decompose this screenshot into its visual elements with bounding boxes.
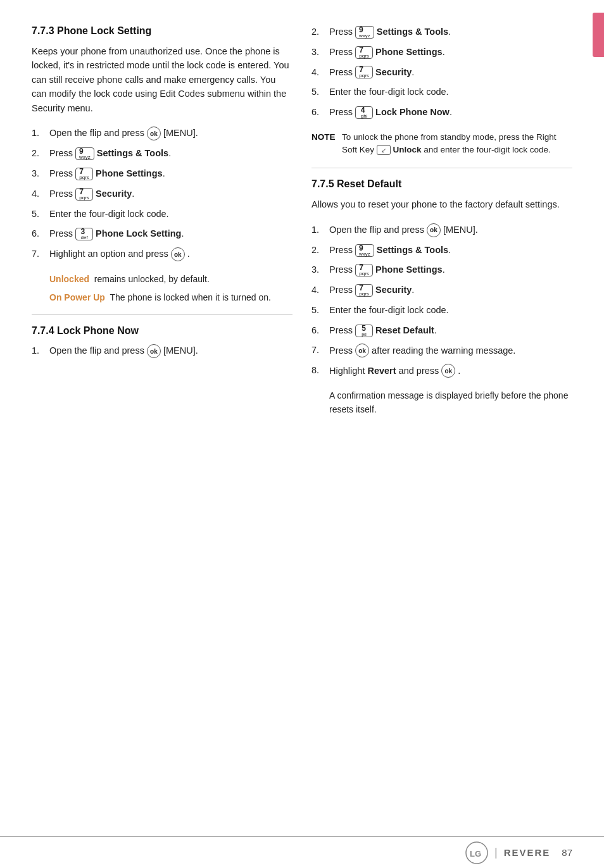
key-7pqrs: 7pqrs <box>355 264 373 276</box>
step-num: 2. <box>32 147 49 161</box>
step-item: 8. Highlight Revert and press ok . <box>311 364 572 378</box>
pink-tab <box>593 13 604 57</box>
step-text: Press <box>329 344 353 358</box>
step-text: Phone Lock Setting. <box>96 227 184 241</box>
step-num: 3. <box>311 46 329 59</box>
section-773: 7.7.3 Phone Lock Setting Keeps your phon… <box>32 25 293 304</box>
step-num: 5. <box>32 208 49 221</box>
step-num: 7. <box>311 344 329 357</box>
step-text: [MENU]. <box>163 127 198 140</box>
step-text: Reset Default. <box>375 324 437 338</box>
step-num: 2. <box>311 244 329 257</box>
step-text: Highlight Revert and press <box>329 364 439 378</box>
note-label: NOTE <box>311 131 336 157</box>
step-num: 3. <box>311 263 329 277</box>
step-num: 6. <box>32 227 49 241</box>
step-text: Open the flip and press <box>49 344 144 358</box>
step-item: 7. Press ok after reading the warning me… <box>311 344 572 357</box>
left-column: 7.7.3 Phone Lock Setting Keeps your phon… <box>32 25 293 811</box>
footer: LG | REVERE 87 <box>0 836 604 868</box>
step-num: 4. <box>311 66 329 80</box>
sub-item-label: Unlocked <box>49 274 89 284</box>
section-773-steps: 1. Open the flip and press ok [MENU]. 2. <box>32 127 293 261</box>
step-text: Press <box>49 227 73 241</box>
step-text: Security. <box>96 187 134 201</box>
step-text: Security. <box>375 283 414 297</box>
step-text: Press <box>329 244 353 257</box>
section-773-body: Keeps your phone from unauthorized use. … <box>32 44 293 115</box>
key-5jkl: 5jkl <box>355 325 373 337</box>
step-text: Press <box>49 147 73 161</box>
step-item: 5. Enter the four-digit lock code. <box>311 85 572 99</box>
step-text: Enter the four-digit lock code. <box>329 85 449 99</box>
step-item: 1. Open the flip and press ok [MENU]. <box>32 127 293 140</box>
section-774-cont-steps: 2. Press 9wxyz Settings & Tools. 3. <box>311 25 572 120</box>
step-num: 5. <box>311 304 329 318</box>
section-774: 7.7.4 Lock Phone Now 1. Open the flip an… <box>32 325 293 358</box>
footer-separator: | <box>494 846 498 859</box>
step-text: Press <box>49 187 73 201</box>
step-text: Press <box>329 66 353 80</box>
step-text: Press <box>329 25 353 39</box>
step-text: Press <box>329 283 353 297</box>
section-774-title: 7.7.4 Lock Phone Now <box>32 325 293 337</box>
step-item: 5. Enter the four-digit lock code. <box>311 304 572 318</box>
step-item: 5. Enter the four-digit lock code. <box>32 208 293 221</box>
step-text: Settings & Tools. <box>377 244 451 257</box>
key-3def: 3def <box>75 228 93 240</box>
step-num: 8. <box>311 364 329 378</box>
step-item: 4. Press 7pqrs Security. <box>32 187 293 201</box>
step-num: 2. <box>311 25 329 39</box>
step-text: Security. <box>375 66 414 80</box>
softkey-icon: ↙ <box>377 145 391 155</box>
step-num: 4. <box>311 283 329 297</box>
svg-text:LG: LG <box>470 849 481 859</box>
step-text: Press <box>329 106 353 120</box>
step-num: 1. <box>311 223 329 237</box>
step-item: 3. Press 7pqrs Phone Settings. <box>311 46 572 59</box>
key-4ghi: 4ghi <box>355 106 373 119</box>
sub-item-text: remains unlocked, by default. <box>94 274 210 284</box>
step-text: . <box>458 364 460 378</box>
step-item: 3. Press 7pqrs Phone Settings. <box>32 167 293 181</box>
sub-item-label: On Power Up <box>49 292 105 302</box>
step-text: Press <box>49 167 73 181</box>
step-item: 2. Press 9wxyz Settings & Tools. <box>32 147 293 161</box>
step-text: Open the flip and press <box>49 127 144 140</box>
step-item: 1. Open the flip and press ok [MENU]. <box>311 223 572 237</box>
divider <box>311 168 572 168</box>
step-item: 7. Highlight an option and press ok . <box>32 247 293 261</box>
step-item: 3. Press 7pqrs Phone Settings. <box>311 263 572 277</box>
key-7pqrs: 7pqrs <box>75 188 93 201</box>
step-text: Enter the four-digit lock code. <box>49 208 169 221</box>
step-text: Settings & Tools. <box>97 147 171 161</box>
step-text: Press <box>329 46 353 59</box>
ok-key-icon: ok <box>441 364 455 378</box>
step-text: Phone Settings. <box>375 263 445 277</box>
footer-brand: REVERE <box>504 847 551 858</box>
step-item: 4. Press 7pqrs Security. <box>311 66 572 80</box>
step-num: 5. <box>311 85 329 99</box>
step-text: Settings & Tools. <box>377 25 451 39</box>
key-9wxyz: 9wxyz <box>355 244 374 257</box>
step-text: Open the flip and press <box>329 223 424 237</box>
step-num: 3. <box>32 167 49 181</box>
step-text: Lock Phone Now. <box>375 106 452 120</box>
note-text: To unlock the phone from standby mode, p… <box>342 131 572 157</box>
step-item: 2. Press 9wxyz Settings & Tools. <box>311 244 572 257</box>
sub-item-onpowerup: On Power Up The phone is locked when it … <box>49 291 293 304</box>
step-text: Phone Settings. <box>375 46 445 59</box>
step-text: Highlight an option and press <box>49 247 168 261</box>
sub-item-unlocked: Unlocked remains unlocked, by default. <box>49 273 293 286</box>
sub-item-text: The phone is locked when it is turned on… <box>110 292 271 302</box>
step-num: 1. <box>32 344 49 358</box>
step-item: 4. Press 7pqrs Security. <box>311 283 572 297</box>
ok-key-icon: ok <box>147 127 161 140</box>
divider <box>32 314 293 315</box>
step-item: 6. Press 3def Phone Lock Setting. <box>32 227 293 241</box>
step-item: 6. Press 5jkl Reset Default. <box>311 324 572 338</box>
key-9wxyz: 9wxyz <box>75 147 94 160</box>
footer-page-number: 87 <box>562 847 572 858</box>
section-775: 7.7.5 Reset Default Allows you to reset … <box>311 178 572 417</box>
step-num: 4. <box>32 187 49 201</box>
